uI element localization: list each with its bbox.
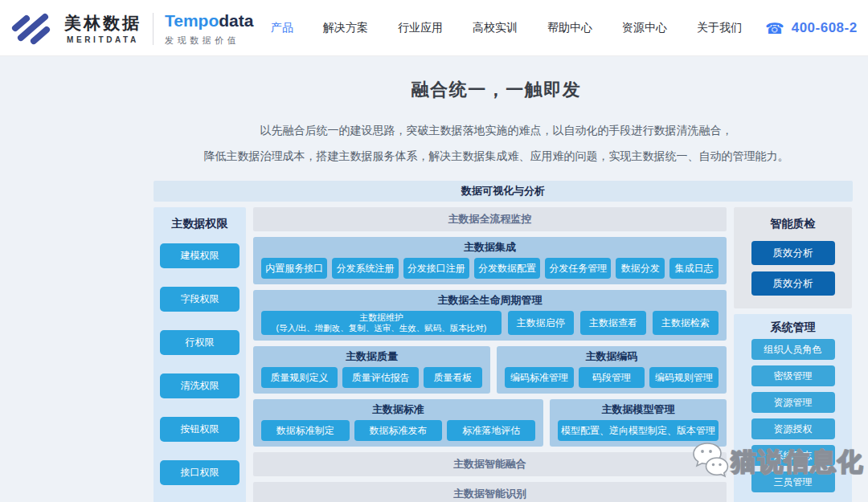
main-nav: 产品 解决方案 行业应用 高校实训 帮助中心 资源中心 关于我们: [271, 0, 742, 56]
page-title: 融合统一，一触即发: [125, 78, 868, 102]
diagram-middle-column: 主数据全流程监控 主数据集成 内置服务接口 分发系统注册 分发接口注册 分发数据…: [253, 207, 727, 502]
chip-row-permission: 行权限: [160, 330, 240, 355]
chip-distribution-task-mgmt: 分发任务管理: [545, 258, 611, 279]
panel-master-data-permissions: 主数据权限 建模权限 字段权限 行权限 清洗权限 按钮权限 接口权限: [154, 207, 246, 502]
nav-item-products[interactable]: 产品: [271, 21, 293, 35]
chip-model-config-reverse-version: 模型配置、逆向模型制定、版本管理: [558, 420, 719, 441]
chip-master-data-view: 主数据查看: [580, 311, 646, 335]
hero-desc-line2: 降低主数据治理成本，搭建主数据服务体系，解决主数据集成难、应用难的问题，实现主数…: [125, 143, 868, 169]
hero-section: 融合统一，一触即发 以先融合后统一的建设思路，突破主数据落地实施的难点，以自动化…: [125, 56, 868, 169]
phone-icon: ☎: [765, 19, 784, 38]
nav-item-help-center[interactable]: 帮助中心: [547, 21, 592, 35]
logo-divider: [153, 13, 154, 45]
brand-tempo: Tempo: [165, 11, 219, 30]
chip-coding-standard-mgmt: 编码标准管理: [505, 367, 574, 388]
bar-intelligent-recognition: 主数据智能识别: [253, 482, 727, 502]
chip-button-permission: 按钮权限: [160, 417, 240, 442]
logo-name-cn: 美林数据: [64, 14, 141, 32]
chip-integration-log: 集成日志: [669, 258, 719, 279]
chip-distribution-interface-register: 分发接口注册: [403, 258, 469, 279]
band-data-visualization: 数据可视化与分析: [154, 181, 853, 202]
chip-coding-rule-mgmt: 编码规则管理: [649, 367, 719, 388]
chip-resource-authorization: 资源授权: [751, 418, 835, 439]
section-title-lifecycle: 主数据全生命周期管理: [261, 294, 719, 307]
meritdata-logo-icon: [10, 9, 56, 49]
chip-quality-efficiency-analysis-1: 质效分析: [751, 241, 835, 265]
maintenance-line1: 主数据维护: [359, 312, 403, 324]
nav-item-resources[interactable]: 资源中心: [622, 21, 667, 35]
section-title-standard: 主数据标准: [261, 403, 535, 416]
chip-master-data-start-stop: 主数据启停: [508, 311, 574, 335]
chip-data-standard-definition: 数据标准制定: [261, 420, 350, 441]
chip-master-data-search: 主数据检索: [653, 311, 719, 335]
section-master-data-quality: 主数据质量 质量规则定义 质量评估报告 质量看板: [253, 346, 490, 394]
hotline-number: 400-608-2: [792, 20, 858, 36]
brand-slogan: 发现数据价值: [165, 35, 253, 47]
hotline[interactable]: ☎ 400-608-2: [765, 0, 858, 56]
chip-security-level-mgmt: 密级管理: [751, 365, 835, 386]
logo[interactable]: 美林数据 MERITDATA Tempodata 发现数据价值: [10, 9, 253, 49]
chip-distribution-system-register: 分发系统注册: [332, 258, 398, 279]
chip-distribution-data-config: 分发数据配置: [474, 258, 540, 279]
section-master-data-coding: 主数据编码 编码标准管理 码段管理 编码规则管理: [497, 346, 727, 394]
logo-name-en: MERITDATA: [67, 35, 139, 44]
chip-standard-implementation-eval: 标准落地评估: [447, 420, 535, 441]
chip-quality-dashboard: 质量看板: [424, 367, 482, 388]
nav-item-about-us[interactable]: 关于我们: [697, 21, 742, 35]
chip-data-distribution: 数据分发: [616, 258, 665, 279]
hero-desc-line1: 以先融合后统一的建设思路，突破主数据落地实施的难点，以自动化的手段进行数据清洗融…: [125, 117, 868, 143]
panel-title-qc: 智能质检: [734, 217, 852, 230]
section-title-integration: 主数据集成: [261, 241, 719, 254]
top-nav-bar: 美林数据 MERITDATA Tempodata 发现数据价值 产品 解决方案 …: [0, 0, 868, 56]
section-title-quality: 主数据质量: [261, 350, 482, 363]
section-master-data-standard: 主数据标准 数据标准制定 数据标准发布 标准落地评估: [253, 399, 543, 447]
section-master-data-integration: 主数据集成 内置服务接口 分发系统注册 分发接口注册 分发数据配置 分发任务管理…: [253, 237, 727, 284]
nav-item-solutions[interactable]: 解决方案: [323, 21, 368, 35]
chip-quality-assessment-report: 质量评估报告: [342, 367, 419, 388]
watermark: 猫说信息化: [688, 440, 864, 484]
nav-item-training[interactable]: 高校实训: [473, 21, 518, 35]
section-title-coding: 主数据编码: [505, 350, 719, 363]
chip-quality-efficiency-analysis-2: 质效分析: [751, 271, 835, 296]
wechat-bubbles-icon: [688, 440, 730, 484]
chip-org-personnel-roles: 组织人员角色: [751, 339, 835, 360]
chip-quality-rule-definition: 质量规则定义: [261, 367, 338, 388]
nav-item-industries[interactable]: 行业应用: [398, 21, 443, 35]
bar-intelligent-fusion: 主数据智能融合: [253, 452, 727, 476]
chip-resource-mgmt: 资源管理: [751, 392, 835, 413]
section-title-model: 主数据模型管理: [558, 403, 719, 416]
brand-data: data: [219, 11, 253, 30]
watermark-text: 猫说信息化: [731, 445, 864, 479]
maintenance-line2: (导入/出、增删改、复制、送审、生效、赋码、版本比对): [276, 323, 486, 333]
bar-full-process-monitor: 主数据全流程监控: [253, 207, 727, 231]
panel-intelligent-qc: 智能质检 质效分析 质效分析: [734, 207, 852, 308]
chip-model-permission: 建模权限: [160, 243, 240, 268]
chip-builtin-service-interface: 内置服务接口: [261, 258, 327, 279]
chip-field-permission: 字段权限: [160, 287, 240, 312]
chip-interface-permission: 接口权限: [160, 460, 240, 485]
chip-cleansing-permission: 清洗权限: [160, 373, 240, 398]
panel-title-system: 系统管理: [734, 320, 852, 333]
section-lifecycle-management: 主数据全生命周期管理 主数据维护 (导入/出、增删改、复制、送审、生效、赋码、版…: [253, 290, 727, 341]
chip-code-segment-mgmt: 码段管理: [579, 367, 645, 388]
chip-master-data-maintenance: 主数据维护 (导入/出、增删改、复制、送审、生效、赋码、版本比对): [261, 311, 502, 335]
chip-data-standard-publish: 数据标准发布: [354, 420, 443, 441]
panel-title-permissions: 主数据权限: [154, 217, 246, 230]
